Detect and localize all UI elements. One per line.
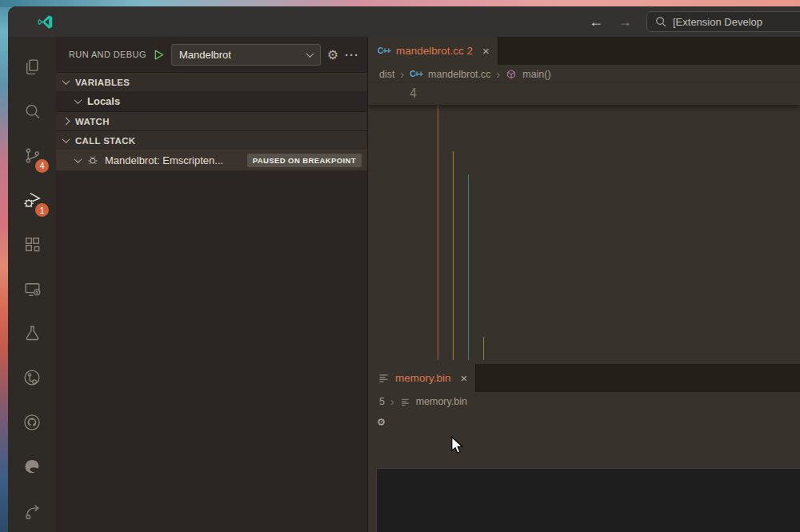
debug-badge: 1: [35, 203, 49, 217]
start-debug-icon[interactable]: [153, 49, 165, 61]
cpp-file-icon: C++: [378, 46, 390, 55]
hex-settings-gear-icon[interactable]: ⚙: [378, 414, 385, 429]
chevron-down-icon: [74, 96, 82, 104]
scm-badge: 4: [35, 159, 49, 173]
debug-config-dropdown[interactable]: Mandelbrot: [171, 44, 321, 66]
debug-session-label: Mandelbrot: Emscripten...: [105, 154, 223, 166]
tab-label: memory.bin: [395, 372, 451, 384]
activity-bar: 4 1: [8, 37, 56, 532]
breadcrumb-file[interactable]: mandelbrot.cc: [428, 69, 491, 80]
github-icon[interactable]: [8, 400, 56, 445]
vscode-logo-icon: [37, 14, 54, 30]
testing-icon[interactable]: [8, 311, 56, 356]
more-actions-icon[interactable]: ···: [345, 48, 359, 62]
chevron-down-icon: [62, 77, 70, 85]
chevron-right-icon: ›: [400, 68, 404, 81]
nav-arrows: ← →: [589, 6, 632, 37]
run-debug-sidebar: RUN AND DEBUG Mandelbrot ⚙ ··· VARIABLES…: [56, 37, 368, 532]
editor-area: C++ mandelbrot.cc 2 × dist › C++ mandelb…: [368, 37, 800, 532]
call-stack-section-label: CALL STACK: [75, 136, 135, 146]
search-view-icon[interactable]: [8, 90, 56, 134]
tab-label: mandelbrot.cc 2: [396, 45, 473, 57]
forward-arrow-icon[interactable]: →: [618, 6, 632, 37]
tab-mandelbrot-cc[interactable]: C++ mandelbrot.cc 2 ×: [368, 37, 498, 65]
editor-tab-bar: C++ mandelbrot.cc 2 ×: [368, 37, 800, 65]
back-arrow-icon[interactable]: ←: [589, 6, 603, 37]
azure-pipelines-icon[interactable]: [8, 356, 56, 401]
indent-guide: [438, 105, 438, 360]
sticky-scroll-line[interactable]: 4: [368, 83, 800, 105]
indent-guide: [483, 337, 484, 360]
breadcrumb-symbol[interactable]: main(): [522, 69, 550, 80]
hex-tab-bar: memory.bin ×: [368, 364, 800, 392]
search-icon: [655, 16, 667, 28]
indent-guide: [468, 174, 469, 360]
title-bar: ← → [Extension Develop: [8, 6, 800, 37]
debug-config-value: Mandelbrot: [179, 49, 231, 61]
close-icon[interactable]: ×: [482, 44, 490, 58]
hex-editor-group: memory.bin × 5 › memory.bin ⚙: [368, 364, 800, 532]
watch-section-header[interactable]: WATCH: [56, 111, 367, 130]
bug-icon: [86, 154, 99, 166]
command-center-search[interactable]: [Extension Develop: [646, 11, 800, 32]
chevron-right-icon: ›: [497, 68, 501, 81]
desktop-wallpaper: ← → [Extension Develop 4 1: [0, 0, 800, 532]
run-and-debug-icon[interactable]: 1: [8, 178, 56, 223]
close-icon[interactable]: ×: [461, 371, 468, 385]
locals-scope-row[interactable]: Locals: [56, 91, 367, 111]
paused-on-breakpoint-badge: PAUSED ON BREAKPOINT: [247, 154, 362, 167]
breadcrumb-dist[interactable]: dist: [379, 69, 394, 80]
variables-section-label: VARIABLES: [75, 78, 130, 87]
watch-section-label: WATCH: [75, 117, 110, 126]
sidebar-title: RUN AND DEBUG: [69, 50, 146, 59]
search-value: [Extension Develop: [673, 16, 762, 28]
sticky-line-number: 4: [368, 82, 434, 106]
data-inspector-tooltip: [376, 468, 800, 532]
edge-tools-icon[interactable]: [8, 445, 56, 490]
locals-scope-label: Locals: [87, 95, 120, 107]
gear-icon[interactable]: ⚙: [327, 47, 338, 62]
code-editor-group: C++ mandelbrot.cc 2 × dist › C++ mandelb…: [368, 37, 800, 364]
cpp-file-icon: C++: [410, 70, 422, 78]
hex-column-header: ⚙: [368, 411, 800, 432]
chevron-down-icon: [74, 155, 82, 163]
remote-explorer-icon[interactable]: [8, 267, 56, 312]
symbol-cube-icon: [506, 69, 517, 80]
vscode-window: ← → [Extension Develop 4 1: [8, 6, 800, 532]
extensions-icon[interactable]: [8, 222, 56, 267]
code-viewport[interactable]: [368, 105, 800, 364]
chevron-right-icon: ›: [390, 395, 394, 408]
indent-guide: [453, 151, 454, 360]
tab-memory-bin[interactable]: memory.bin ×: [368, 364, 476, 392]
source-control-icon[interactable]: 4: [8, 134, 56, 178]
chevron-down-icon: [306, 50, 314, 58]
hex-file-icon: [378, 372, 390, 384]
variables-section-header[interactable]: VARIABLES: [56, 72, 367, 91]
live-share-icon[interactable]: [8, 489, 56, 532]
hex-file-icon: [400, 397, 410, 407]
breadcrumb-num[interactable]: 5: [379, 396, 385, 407]
debug-session-row[interactable]: Mandelbrot: Emscripten... PAUSED ON BREA…: [56, 150, 367, 170]
hex-breadcrumb[interactable]: 5 › memory.bin: [368, 392, 800, 411]
breadcrumb[interactable]: dist › C++ mandelbrot.cc › main(): [368, 65, 800, 83]
breadcrumb-file[interactable]: memory.bin: [416, 396, 467, 407]
chevron-right-icon: [62, 118, 70, 126]
explorer-icon[interactable]: [8, 45, 56, 90]
call-stack-section-header[interactable]: CALL STACK: [56, 130, 367, 150]
chevron-down-icon: [62, 135, 70, 143]
sidebar-header: RUN AND DEBUG Mandelbrot ⚙ ···: [56, 37, 367, 72]
